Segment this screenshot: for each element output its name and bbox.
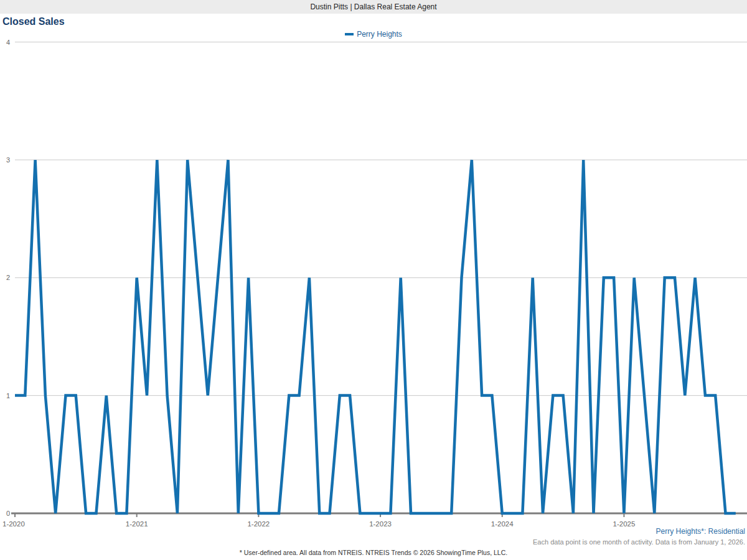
x-axis-tick-label: 1-2024 [491, 520, 514, 528]
footer-series-link[interactable]: Perry Heights*: Residential [656, 527, 745, 536]
report-page: Dustin Pitts | Dallas Real Estate Agent … [0, 0, 747, 560]
y-axis-tick-label: 3 [6, 156, 10, 164]
closed-sales-chart: 012341-20201-20211-20221-20231-20241-202… [0, 0, 747, 529]
y-axis-tick-label: 0 [6, 510, 10, 517]
y-axis-tick-label: 2 [6, 274, 10, 281]
x-axis-tick-label: 1-2022 [247, 520, 270, 528]
footer-data-note: Each data point is one month of activity… [533, 538, 745, 546]
y-axis-tick-label: 4 [6, 39, 10, 46]
x-axis-tick-label: 1-2025 [613, 520, 636, 528]
chart-canvas: 012341-20201-20211-20221-20231-20241-202… [0, 0, 747, 529]
x-axis-tick-label: 1-2020 [2, 520, 25, 528]
footer-credit: * User-defined area. All data from NTREI… [0, 549, 747, 556]
x-axis-tick-label: 1-2023 [369, 520, 392, 528]
x-axis-tick-label: 1-2021 [126, 520, 148, 528]
series-line-perry-heights [15, 160, 736, 513]
y-axis-tick-label: 1 [6, 392, 10, 399]
